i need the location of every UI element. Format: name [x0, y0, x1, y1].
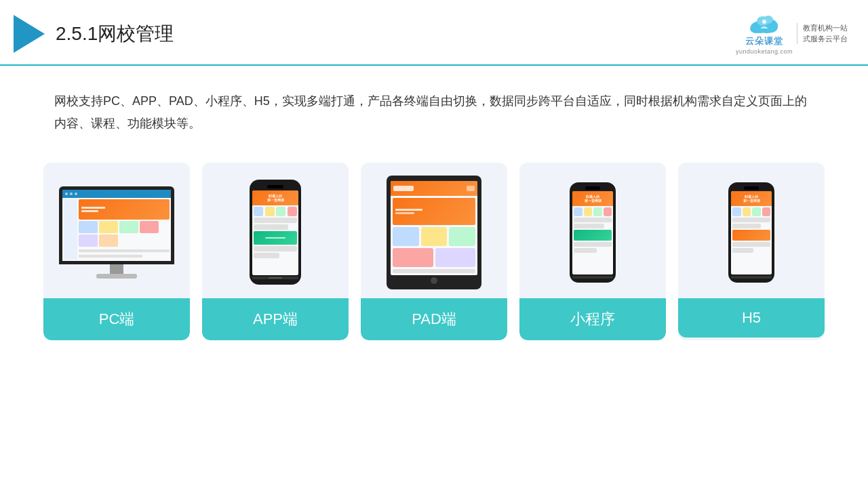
card-h5: 职通人的第一堂网课 [678, 163, 825, 340]
card-app: 职通人的第一堂网课 [202, 163, 349, 340]
header-left: 2.5.1网校管理 [14, 15, 174, 53]
app-mockup: 职通人的第一堂网课 [250, 180, 301, 285]
card-pc-image [43, 163, 190, 298]
logo-area: 云朵课堂 yunduoketang.com 教育机构一站 式服务云平台 [736, 12, 848, 55]
svg-point-6 [762, 20, 766, 24]
pad-mockup [387, 176, 481, 289]
card-pc-label: PC端 [43, 298, 190, 340]
card-h5-image: 职通人的第一堂网课 [678, 163, 825, 298]
card-pc: PC端 [43, 163, 190, 340]
card-pad-image [361, 163, 507, 298]
card-app-image: 职通人的第一堂网课 [202, 163, 349, 298]
page-title: 2.5.1网校管理 [56, 21, 174, 47]
cloud-icon [747, 12, 782, 34]
page-header: 2.5.1网校管理 云朵课堂 yunduoketang.com 教育机构一站 式… [0, 0, 868, 66]
card-h5-label: H5 [678, 298, 825, 338]
logo-cloud: 云朵课堂 yunduoketang.com [736, 12, 793, 55]
card-pad: PAD端 [361, 163, 507, 340]
card-miniprogram: 职通人的第一堂网课 [519, 163, 666, 340]
pc-mockup [59, 186, 174, 279]
card-miniprogram-image: 职通人的第一堂网课 [519, 163, 666, 298]
miniprogram-mockup: 职通人的第一堂网课 [570, 182, 616, 283]
card-miniprogram-label: 小程序 [519, 298, 666, 340]
card-app-label: APP端 [202, 298, 349, 340]
logo-text: 云朵课堂 [745, 35, 783, 47]
card-pad-label: PAD端 [361, 298, 507, 340]
platform-cards: PC端 职通人的第一堂网课 [0, 156, 868, 340]
description-text: 网校支持PC、APP、PAD、小程序、H5，实现多端打通，产品各终端自由切换，数… [0, 66, 868, 149]
logo-tagline: 教育机构一站 式服务云平台 [797, 23, 848, 44]
play-icon [14, 15, 45, 53]
logo-subtext: yunduoketang.com [736, 48, 793, 55]
h5-mockup: 职通人的第一堂网课 [728, 182, 774, 283]
